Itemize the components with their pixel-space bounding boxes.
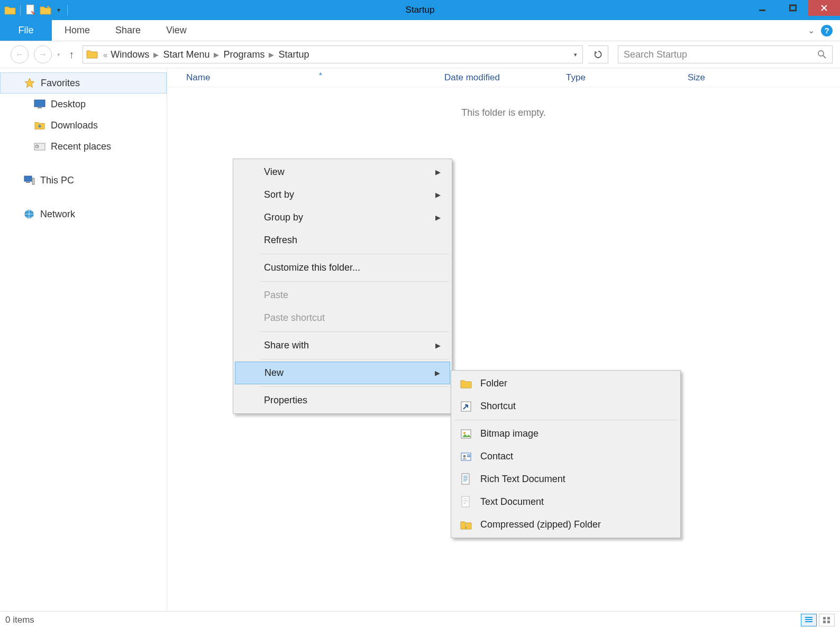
breadcrumb-separator-icon[interactable]: ▶ [149,51,163,59]
svg-rect-40 [827,621,830,623]
breadcrumb-segment[interactable]: Startup [278,49,309,60]
breadcrumb-segment[interactable]: Start Menu [163,49,209,60]
submenu-arrow-icon: ▶ [435,369,440,377]
submenu-compressed-folder[interactable]: Compressed (zipped) Folder [453,513,679,536]
svg-point-4 [818,51,824,56]
folder-icon[interactable] [3,3,17,17]
menu-paste-shortcut: Paste shortcut [235,307,450,329]
recent-icon [34,141,45,152]
submenu-folder[interactable]: Folder [453,372,679,395]
menu-new[interactable]: New▶ [235,362,450,384]
submenu-rtf[interactable]: Rich Text Document [453,468,679,491]
svg-rect-39 [823,621,826,623]
menu-label: Group by [264,212,303,223]
tab-share[interactable]: Share [103,20,153,41]
qat-separator [20,5,21,15]
menu-customize-folder[interactable]: Customize this folder... [235,256,450,279]
status-item-count: 0 items [5,615,34,625]
navigation-toolbar: ← → ▾ ↑ « Windows ▶ Start Menu ▶ Program… [0,41,840,68]
tab-home[interactable]: Home [52,20,103,41]
search-input[interactable] [624,49,817,60]
tab-view[interactable]: View [153,20,199,41]
breadcrumb-separator-icon[interactable]: ▶ [264,51,278,59]
new-submenu: Folder Shortcut Bitmap image Contact Ric… [451,370,681,538]
svg-rect-31 [465,524,467,524]
ribbon: File Home Share View ⌄ ? [0,20,840,41]
menu-sort-by[interactable]: Sort by▶ [235,183,450,206]
svg-rect-3 [790,5,796,11]
svg-rect-33 [465,526,467,527]
submenu-shortcut[interactable]: Shortcut [453,395,679,418]
menu-properties[interactable]: Properties [235,389,450,412]
forward-button[interactable]: → [34,45,52,63]
menu-separator [260,386,449,387]
column-date-modified[interactable]: Date modified [437,72,559,83]
column-size[interactable]: Size [680,72,765,83]
address-bar[interactable]: « Windows ▶ Start Menu ▶ Programs ▶ Star… [83,45,583,63]
address-overflow-icon[interactable]: « [101,50,111,59]
search-icon[interactable] [817,50,827,59]
nav-desktop[interactable]: Desktop [0,94,167,115]
menu-refresh[interactable]: Refresh [235,229,450,252]
file-tab[interactable]: File [0,20,52,41]
back-button[interactable]: ← [11,45,29,63]
contact-icon [459,450,473,464]
svg-rect-23 [463,479,468,479]
breadcrumb-separator-icon[interactable]: ▶ [209,51,223,59]
svg-rect-28 [463,502,468,502]
nav-label: Favorites [41,78,80,89]
ribbon-expand-icon[interactable]: ⌄ [808,25,815,35]
empty-folder-message: This folder is empty. [167,107,840,118]
svg-rect-21 [463,476,468,476]
bitmap-icon [459,427,473,441]
title-bar: ▾ Startup [0,0,840,20]
nav-this-pc[interactable]: This PC [0,170,167,191]
nav-recent-places[interactable]: Recent places [0,136,167,157]
nav-network[interactable]: Network [0,204,167,225]
svg-rect-29 [463,503,466,504]
help-icon[interactable]: ? [821,25,833,36]
details-view-button[interactable] [801,614,817,626]
menu-label: Contact [480,451,513,462]
submenu-bitmap[interactable]: Bitmap image [453,422,679,445]
column-type[interactable]: Type [559,72,680,83]
svg-rect-9 [24,176,32,181]
maximize-button[interactable] [778,0,808,16]
submenu-arrow-icon: ▶ [435,168,441,176]
svg-point-15 [463,432,465,434]
svg-rect-26 [463,498,468,499]
menu-separator [454,420,678,420]
submenu-contact[interactable]: Contact [453,445,679,468]
history-dropdown-icon[interactable]: ▾ [57,51,60,58]
nav-favorites[interactable]: Favorites [0,72,167,94]
new-folder-icon[interactable] [39,3,52,17]
svg-rect-5 [34,100,45,107]
menu-label: Refresh [264,235,297,246]
search-box[interactable] [618,45,833,63]
nav-downloads[interactable]: Downloads [0,115,167,136]
close-button[interactable] [808,0,840,16]
status-bar: 0 items [0,611,840,628]
svg-rect-37 [823,617,826,620]
properties-icon[interactable] [24,3,38,17]
menu-label: Shortcut [480,401,516,412]
menu-group-by[interactable]: Group by▶ [235,206,450,229]
address-dropdown-icon[interactable]: ▾ [569,51,582,58]
qat-dropdown-icon[interactable]: ▾ [53,3,64,17]
breadcrumb-segment[interactable]: Programs [223,49,264,60]
svg-point-1 [31,11,32,12]
nav-label: Desktop [51,99,86,110]
up-button[interactable]: ↑ [69,49,74,61]
icons-view-button[interactable] [819,614,835,626]
menu-separator [260,331,449,332]
submenu-text-document[interactable]: Text Document [453,491,679,513]
menu-share-with[interactable]: Share with▶ [235,334,450,357]
menu-label: Rich Text Document [480,474,565,485]
refresh-button[interactable] [588,45,608,63]
breadcrumb-segment[interactable]: Windows [111,49,149,60]
menu-view[interactable]: View▶ [235,161,450,183]
column-label: Name [186,72,210,82]
text-icon [459,495,473,509]
minimize-button[interactable] [747,0,778,16]
column-name[interactable]: Name ▲ [167,72,437,83]
